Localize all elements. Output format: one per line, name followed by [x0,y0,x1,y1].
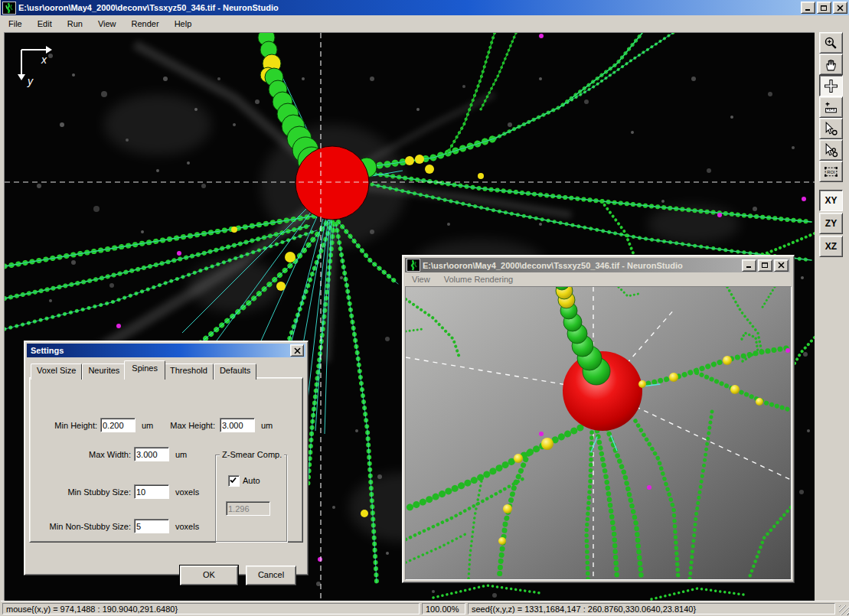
z-smear-group: Z-Smear Comp. Auto [215,455,287,542]
min-height-unit: um [142,421,153,430]
max-height-input[interactable] [220,418,255,432]
pointer-two-circles-icon [824,143,838,158]
tab-neurites[interactable]: Neurites [82,363,126,380]
axis-y-label: y [27,75,34,87]
max-width-input[interactable] [134,447,169,461]
close-icon [778,262,785,269]
viewer-app-icon [407,259,420,272]
crosshair-tool-button[interactable] [819,75,843,96]
viewer-titlebar[interactable]: E:\usr\ooron\May4_2000\deconv\Tssxyz50_3… [405,258,790,272]
minimize-button[interactable] [801,2,815,14]
axis-indicator: x y [18,46,52,87]
min-non-stubby-label: Min Non-Stubby Size: [31,522,131,531]
zoom-tool-button[interactable] [819,32,843,54]
viewer-maximize-button[interactable] [758,259,772,272]
select-tool-button[interactable] [819,118,843,139]
roi-icon: ROI [824,165,838,179]
min-stubby-input[interactable] [134,484,169,499]
main-titlebar[interactable]: E:\usr\ooron\May4_2000\deconv\Tssxyz50_3… [1,0,849,15]
min-height-label: Min Height: [33,421,97,430]
menu-help[interactable]: Help [167,17,200,31]
check-icon [229,476,237,484]
measure-tool-button[interactable] [819,96,843,118]
viewer-menu-view[interactable]: View [405,273,437,285]
maximize-button[interactable] [817,2,831,14]
min-stubby-unit: voxels [175,487,199,497]
status-mouse: mouse{(x,y) = 974,1488 : 190.9040,291.64… [2,603,420,614]
volume-background [406,287,791,579]
max-width-unit: um [175,450,187,459]
volume-render-canvas[interactable] [405,286,792,580]
status-zoom: 100.00% [422,603,465,614]
ok-button[interactable]: OK [180,565,238,585]
close-icon [294,347,301,354]
max-height-unit: um [261,421,273,430]
maximize-icon [821,5,828,11]
multi-select-tool-button[interactable] [819,139,843,161]
hand-icon [824,57,838,72]
menu-file[interactable]: File [1,17,30,31]
main-menubar: File Edit Run View Render Help [1,15,849,32]
tool-palette: ROI XY ZY XZ [815,32,849,601]
viewer-close-button[interactable] [774,259,789,272]
settings-dialog: Settings Voxel Size Neurites Spines Thre… [24,341,309,575]
ruler-icon [824,100,838,115]
min-non-stubby-input[interactable] [134,519,169,533]
min-height-input[interactable] [100,418,136,432]
plane-xz-button[interactable]: XZ [819,236,843,257]
plane-xy-button[interactable]: XY [819,190,843,211]
maximize-icon [762,262,769,269]
roi-icon-label: ROI [827,170,835,174]
menu-edit[interactable]: Edit [30,17,60,31]
settings-title: Settings [31,346,290,355]
plane-zy-button[interactable]: ZY [819,213,843,234]
z-smear-value-input [226,501,270,516]
cancel-button[interactable]: Cancel [246,565,296,585]
settings-close-button[interactable] [290,344,304,357]
zoom-icon [824,36,838,51]
auto-checkbox[interactable] [228,475,240,487]
min-stubby-label: Min Stubby Size: [48,487,131,497]
menu-run[interactable]: Run [60,17,90,31]
axis-x-label: x [41,54,47,66]
settings-tabs: Voxel Size Neurites Spines Threshold Def… [31,363,256,380]
min-non-stubby-unit: voxels [175,522,199,531]
app-icon [2,2,16,15]
settings-body: Voxel Size Neurites Spines Threshold Def… [27,357,305,572]
z-smear-title: Z-Smear Comp. [220,450,284,459]
resize-grip[interactable] [839,605,849,615]
volume-viewer-window: E:\usr\ooron\May4_2000\deconv\Tssxyz50_3… [402,255,795,583]
close-button[interactable] [833,2,847,14]
menu-render[interactable]: Render [124,17,167,31]
close-icon [837,5,844,11]
plane-xz-label: XZ [825,241,837,252]
soma-marker [296,146,369,220]
pointer-circle-icon [824,122,838,136]
tab-threshold[interactable]: Threshold [164,363,214,380]
viewer-minimize-button[interactable] [742,259,756,272]
viewer-menu-volume-rendering[interactable]: Volume Rendering [437,273,521,285]
viewer-title: E:\usr\ooron\May4_2000\deconv\Tssxyz50_3… [423,261,742,270]
max-width-label: Max Width: [67,450,131,459]
settings-titlebar[interactable]: Settings [27,344,305,357]
window-title: E:\usr\ooron\May4_2000\deconv\Tssxyz50_3… [18,3,801,12]
max-height-label: Max Height: [154,421,215,430]
pan-tool-button[interactable] [819,54,843,75]
crosshair-icon [824,79,838,93]
menu-view[interactable]: View [90,17,124,31]
status-seed: seed{(x,y,z) = 1331,1684,147 : 260.8760,… [468,603,835,614]
neuronstudio-main-window: E:\usr\ooron\May4_2000\deconv\Tssxyz50_3… [0,0,849,616]
status-bar: mouse{(x,y) = 974,1488 : 190.9040,291.64… [1,601,849,616]
tab-spines[interactable]: Spines [124,360,165,380]
tab-voxel-size[interactable]: Voxel Size [31,363,82,380]
tab-defaults[interactable]: Defaults [214,363,256,380]
volume-render-scene [406,287,791,579]
plane-zy-label: ZY [825,218,837,229]
viewer-menubar: View Volume Rendering [405,272,790,286]
auto-checkbox-label[interactable]: Auto [243,476,260,485]
plane-xy-label: XY [825,195,837,206]
minimize-icon [746,262,753,269]
roi-tool-button[interactable]: ROI [819,161,843,182]
minimize-icon [805,5,811,11]
